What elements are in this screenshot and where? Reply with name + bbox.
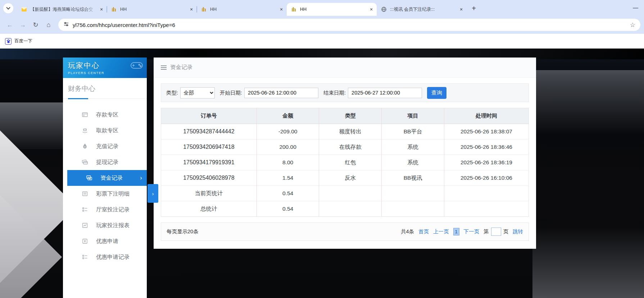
background-art (532, 226, 644, 298)
jump-prefix-label: 第 (484, 228, 489, 235)
section-divider (63, 98, 147, 99)
type-select[interactable]: 全部 (180, 87, 215, 98)
close-icon[interactable]: × (458, 6, 464, 13)
cell-order-id: 1750934179919391 (161, 155, 257, 170)
cell-summary-label: 当前页统计 (161, 186, 257, 201)
background-art (536, 70, 644, 135)
current-page-indicator: 1 (453, 228, 459, 235)
start-date-input[interactable] (244, 88, 318, 98)
tab-search-button[interactable] (3, 3, 13, 13)
browser-tab-3[interactable]: HH × (197, 3, 287, 16)
sidebar-item-label: 优惠申请 (96, 238, 118, 245)
new-tab-button[interactable]: + (469, 3, 479, 13)
sidebar-item-withdraw-zone[interactable]: 取款专区› (63, 123, 147, 138)
sidebar-item-funds-record[interactable]: 资金记录› (67, 170, 147, 186)
sidebar-item-hall-bet-record[interactable]: 厅室投注记录› (63, 202, 147, 217)
col-project: 项目 (382, 108, 444, 124)
coupon-icon (82, 238, 88, 244)
back-icon[interactable]: ← (4, 19, 16, 31)
money-bag-icon (82, 143, 88, 150)
bank-cards-icon (82, 159, 88, 165)
sidebar-item-label: 提现记录 (96, 159, 118, 166)
sidebar-item-label: 存款专区 (96, 111, 118, 119)
end-date-label: 结束日期: (323, 90, 346, 96)
bookmark-baidu[interactable]: 百度一下 (5, 38, 32, 45)
cell-type: 反水 (319, 170, 382, 186)
sidebar-item-label: 取款专区 (96, 127, 118, 134)
summary-row-page: 当前页统计 0.54 (161, 186, 529, 201)
table-row: 1750934206947418 200.00 在线存款 系统 2025-06-… (161, 139, 529, 155)
browser-tab-1[interactable]: 【新提醒】海燕策略论坛综合交 × (17, 3, 107, 16)
col-type: 类型 (319, 108, 382, 124)
query-button[interactable]: 查询 (427, 87, 446, 99)
home-icon[interactable]: ⌂ (42, 19, 55, 31)
table-header-row: 订单号 金额 类型 项目 处理时间 (161, 108, 529, 124)
cell-type: 在线存款 (319, 139, 382, 155)
hh-favicon (111, 6, 117, 12)
url-text: yl756.com/hhcp/usercenter.html?iniType=6 (73, 22, 175, 28)
browser-tab-5[interactable]: :::视讯 会员下注纪录::: × (377, 3, 467, 16)
reload-icon[interactable]: ↻ (30, 19, 42, 31)
hh-favicon (291, 6, 297, 12)
close-icon[interactable]: × (368, 6, 375, 13)
mail-favicon (21, 6, 27, 12)
globe-favicon (381, 6, 387, 12)
bookmark-star-icon[interactable]: ☆ (630, 21, 635, 29)
sidebar-header: 玩家中心 PLAYERS CENTER (63, 58, 147, 78)
sidebar-item-recharge-record[interactable]: 充值记录› (63, 138, 147, 154)
sidebar-section-title: 财务中心 (63, 78, 147, 93)
chevron-right-icon: › (140, 174, 142, 182)
funds-record-table: 订单号 金额 类型 项目 处理时间 1750934287444442 -209.… (161, 108, 529, 217)
sidebar-item-promo-apply-record[interactable]: 优惠申请记录› (63, 249, 147, 265)
page-header: 资金记录 (154, 58, 536, 78)
cell-type: 红包 (319, 155, 382, 170)
sidebar-item-label: 厅室投注记录 (96, 206, 130, 214)
table-row: 1750934287444442 -209.00 额度转出 BB平台 2025-… (161, 124, 529, 139)
cell-amount: 1.54 (257, 170, 319, 186)
close-icon[interactable]: × (98, 6, 105, 13)
sidebar-item-promo-apply[interactable]: 优惠申请› (63, 233, 147, 249)
forward-icon[interactable]: → (17, 19, 29, 31)
cell-project: 系统 (382, 155, 444, 170)
webpage-viewport: 玩家中心 PLAYERS CENTER 财务中心 存款专区› 取款专区› (0, 49, 644, 298)
page-jump-input[interactable] (491, 228, 501, 236)
jump-button[interactable]: 跳转 (513, 228, 523, 235)
bookmark-label: 百度一下 (14, 38, 32, 44)
browser-tab-4-active[interactable]: HH × (287, 3, 377, 16)
sidebar-toggle-handle[interactable]: › (148, 184, 158, 203)
cell-time: 2025-06-26 18:38:07 (444, 124, 529, 139)
start-date-label: 开始日期: (220, 90, 242, 96)
col-process-time: 处理时间 (444, 108, 529, 124)
cell-summary-amount: 0.54 (257, 186, 319, 201)
end-date-input[interactable] (348, 88, 422, 98)
sidebar-item-label: 资金记录 (100, 174, 123, 182)
close-icon[interactable]: × (188, 6, 195, 13)
first-page-link[interactable]: 首页 (418, 228, 429, 235)
cell-project: BB视讯 (382, 170, 444, 186)
cell-time: 2025-06-26 18:36:46 (444, 139, 529, 155)
window-minimize-button[interactable]: — (633, 4, 638, 10)
sidebar-item-label: 玩家投注报表 (96, 222, 130, 229)
menu-icon (161, 65, 167, 70)
cell-summary-amount: 0.54 (257, 201, 319, 217)
hh-favicon (201, 6, 207, 12)
cell-type: 额度转出 (319, 124, 382, 139)
deposit-machine-icon (82, 111, 88, 118)
prev-page-link[interactable]: 上一页 (433, 228, 449, 235)
browser-tab-2[interactable]: HH × (107, 3, 197, 16)
sidebar-item-deposit[interactable]: 存款专区› (63, 107, 147, 123)
tab-title: HH (210, 7, 276, 12)
hand-coins-icon (82, 127, 88, 134)
sidebar-item-player-bet-report[interactable]: 玩家投注报表› (63, 217, 147, 233)
address-bar[interactable]: yl756.com/hhcp/usercenter.html?iniType=6… (58, 19, 640, 31)
cell-order-id: 1750934206947418 (161, 139, 257, 155)
site-info-icon[interactable] (63, 21, 69, 28)
bookmarks-bar: 百度一下 (0, 34, 644, 49)
sidebar-item-withdraw-record[interactable]: 提现记录› (63, 154, 147, 170)
list-document-icon (82, 191, 88, 197)
close-icon[interactable]: × (278, 6, 285, 13)
chevron-down-icon (6, 5, 10, 9)
tab-title: :::视讯 会员下注纪录::: (390, 6, 456, 13)
next-page-link[interactable]: 下一页 (464, 228, 480, 235)
sidebar-item-lottery-bet-detail[interactable]: 彩票下注明细› (63, 186, 147, 202)
